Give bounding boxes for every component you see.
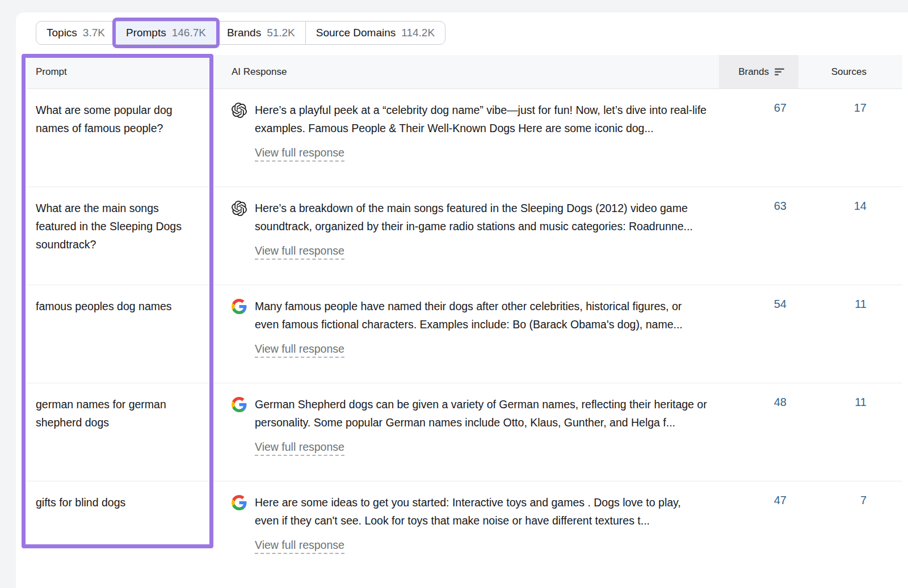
ai-response-cell: Here’s a playful peek at a “celebrity do…: [215, 89, 719, 187]
column-header-prompt: Prompt: [27, 55, 215, 88]
table-row: What are the main songs featured in the …: [27, 187, 902, 285]
column-header-brands[interactable]: Brands: [719, 55, 798, 88]
response-body: Many famous people have named their dogs…: [255, 297, 708, 369]
response-body: Here’s a breakdown of the main songs fea…: [255, 199, 708, 271]
brands-count[interactable]: 67: [719, 89, 798, 187]
table-row: famous peoples dog names Many famous peo…: [27, 285, 902, 383]
column-header-sources-label: Sources: [831, 66, 867, 78]
tab-topics-count: 3.7K: [83, 27, 105, 39]
column-header-brands-label: Brands: [738, 66, 769, 78]
table-body: What are some popular dog names of famou…: [27, 89, 902, 579]
view-full-response-link[interactable]: View full response: [255, 539, 344, 554]
prompt-text: famous peoples dog names: [36, 297, 188, 315]
prompts-table: Prompt AI Response Brands Sources What a…: [27, 55, 902, 579]
prompt-text: What are some popular dog names of famou…: [36, 101, 188, 137]
column-header-sources[interactable]: Sources: [798, 55, 902, 88]
tab-source-domains-label: Source Domains: [316, 27, 396, 39]
brands-count[interactable]: 48: [719, 383, 798, 481]
tab-brands-count: 51.2K: [267, 27, 295, 39]
prompt-cell[interactable]: german names for german shepherd dogs: [27, 383, 215, 481]
tab-prompts-label: Prompts: [126, 27, 166, 39]
google-icon: [232, 397, 247, 412]
column-header-ai-response: AI Response: [215, 55, 719, 88]
sources-count[interactable]: 17: [798, 89, 902, 187]
response-body: German Shepherd dogs can be given a vari…: [255, 395, 708, 467]
prompt-text: german names for german shepherd dogs: [36, 395, 188, 432]
table-row: What are some popular dog names of famou…: [27, 89, 902, 187]
sources-count[interactable]: 11: [798, 383, 902, 481]
tab-topics[interactable]: Topics 3.7K: [36, 22, 116, 44]
ai-response-cell: Here are some ideas to get you started: …: [215, 481, 719, 579]
brands-count[interactable]: 63: [719, 187, 798, 285]
tab-bar: Topics 3.7K Prompts 146.7K Brands 51.2K …: [36, 21, 445, 45]
ai-response-cell: Here’s a breakdown of the main songs fea…: [215, 187, 719, 285]
tab-prompts-count: 146.7K: [172, 27, 206, 39]
sources-count[interactable]: 14: [798, 187, 902, 285]
google-icon: [232, 495, 247, 510]
prompt-cell[interactable]: What are some popular dog names of famou…: [27, 89, 215, 187]
response-body: Here are some ideas to get you started: …: [255, 493, 708, 566]
prompt-text: What are the main songs featured in the …: [36, 199, 188, 253]
tab-source-domains[interactable]: Source Domains 114.2K: [306, 22, 445, 44]
ai-response-cell: German Shepherd dogs can be given a vari…: [215, 383, 719, 481]
view-full-response-link[interactable]: View full response: [255, 441, 344, 456]
table-header: Prompt AI Response Brands Sources: [27, 55, 902, 89]
response-body: Here’s a playful peek at a “celebrity do…: [255, 101, 708, 173]
response-text: German Shepherd dogs can be given a vari…: [255, 395, 708, 432]
brands-count[interactable]: 54: [719, 285, 798, 383]
response-text: Here’s a playful peek at a “celebrity do…: [255, 101, 708, 137]
chatgpt-icon: [232, 201, 247, 216]
ai-response-cell: Many famous people have named their dogs…: [215, 285, 719, 383]
table-row: german names for german shepherd dogs Ge…: [27, 383, 902, 481]
view-full-response-link[interactable]: View full response: [255, 146, 344, 162]
view-full-response-link[interactable]: View full response: [255, 244, 344, 260]
tab-topics-label: Topics: [47, 27, 77, 39]
prompt-cell[interactable]: famous peoples dog names: [27, 285, 215, 383]
prompt-cell[interactable]: gifts for blind dogs: [27, 481, 215, 579]
google-icon: [232, 299, 247, 314]
content-card: Topics 3.7K Prompts 146.7K Brands 51.2K …: [16, 12, 908, 588]
chatgpt-icon: [232, 103, 247, 118]
prompt-cell[interactable]: What are the main songs featured in the …: [27, 187, 215, 285]
tab-prompts[interactable]: Prompts 146.7K: [116, 22, 217, 44]
tab-brands[interactable]: Brands 51.2K: [217, 22, 306, 44]
table-row: gifts for blind dogs Here are some ideas…: [27, 481, 902, 579]
tab-source-domains-count: 114.2K: [401, 27, 435, 39]
brands-count[interactable]: 47: [719, 481, 798, 579]
sort-descending-icon: [774, 67, 787, 77]
tab-brands-label: Brands: [227, 27, 261, 39]
view-full-response-link[interactable]: View full response: [255, 342, 344, 358]
sources-count[interactable]: 7: [798, 481, 902, 579]
response-text: Here’s a breakdown of the main songs fea…: [255, 199, 708, 235]
prompt-text: gifts for blind dogs: [36, 493, 188, 511]
response-text: Here are some ideas to get you started: …: [255, 493, 708, 530]
response-text: Many famous people have named their dogs…: [255, 297, 708, 333]
sources-count[interactable]: 11: [798, 285, 902, 383]
